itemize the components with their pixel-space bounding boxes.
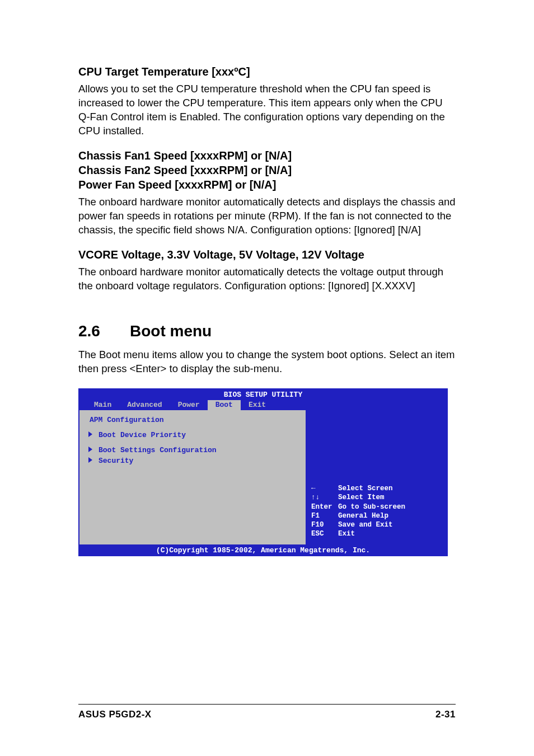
help-text: Select Item (338, 493, 385, 502)
bios-item-label: Boot Device Priority (99, 431, 186, 439)
help-text: Select Screen (338, 484, 393, 493)
help-key: Enter (311, 503, 335, 511)
fan2-heading: Chassis Fan2 Speed [xxxxRPM] or [N/A] (78, 163, 456, 177)
section-title: Boot menu (130, 322, 212, 340)
bios-copyright: (C)Copyright 1985-2002, American Megatre… (78, 544, 448, 556)
cpu-target-body: Allows you to set the CPU temperature th… (78, 82, 456, 138)
bios-tab-main[interactable]: Main (86, 400, 119, 410)
footer-left: ASUS P5GD2-X (78, 709, 152, 720)
bios-tab-boot[interactable]: Boot (208, 400, 241, 410)
help-text: Go to Sub-screen (338, 503, 405, 511)
bios-screenshot: BIOS SETUP UTILITY Main Advanced Power B… (78, 388, 448, 556)
cpu-target-heading: CPU Target Temperature [xxxºC] (78, 64, 456, 79)
help-row: ESCExit (311, 529, 442, 538)
section-number: 2.6 (78, 322, 130, 340)
bios-item-label: Security (99, 457, 133, 465)
help-row: ↑↓Select Item (311, 493, 442, 502)
bios-body: APM Configuration Boot Device Priority B… (78, 410, 448, 544)
bios-item-security[interactable]: Security (85, 456, 300, 466)
help-text: Exit (338, 529, 355, 538)
triangle-icon (88, 457, 92, 463)
page-content: CPU Target Temperature [xxxºC] Allows yo… (0, 0, 534, 556)
voltage-body: The onboard hardware monitor automatical… (78, 265, 456, 293)
help-text: Save and Exit (338, 520, 393, 529)
help-row: F10Save and Exit (311, 520, 442, 529)
help-row: EnterGo to Sub-screen (311, 503, 442, 511)
powerfan-heading: Power Fan Speed [xxxxRPM] or [N/A] (78, 177, 456, 192)
bios-item-boot-settings[interactable]: Boot Settings Configuration (85, 445, 300, 456)
footer-right: 2-31 (435, 709, 456, 720)
bios-tab-advanced[interactable]: Advanced (119, 400, 170, 410)
boot-menu-heading: 2.6Boot menu (78, 322, 456, 340)
fan-speed-body: The onboard hardware monitor automatical… (78, 195, 456, 237)
help-key: F1 (311, 511, 335, 520)
fan-speed-section: Chassis Fan1 Speed [xxxxRPM] or [N/A] Ch… (78, 148, 456, 237)
help-row: F1General Help (311, 511, 442, 520)
page-footer: ASUS P5GD2-X 2-31 (78, 704, 456, 720)
help-key: ← (311, 484, 335, 493)
bios-item-boot-device-priority[interactable]: Boot Device Priority (85, 430, 300, 440)
bios-tab-exit[interactable]: Exit (241, 400, 274, 410)
bios-title: BIOS SETUP UTILITY (78, 389, 448, 400)
bios-left-title: APM Configuration (85, 415, 300, 425)
voltage-heading: VCORE Voltage, 3.3V Voltage, 5V Voltage,… (78, 247, 456, 262)
triangle-icon (88, 431, 92, 437)
bios-item-label: Boot Settings Configuration (99, 446, 217, 454)
bios-help: ←Select Screen ↑↓Select Item EnterGo to … (311, 484, 442, 539)
help-key: ESC (311, 529, 335, 538)
bios-tab-power[interactable]: Power (170, 400, 208, 410)
bios-header: BIOS SETUP UTILITY Main Advanced Power B… (78, 388, 448, 410)
bios-tabs: Main Advanced Power Boot Exit (78, 400, 448, 410)
bios-right-pane: ←Select Screen ↑↓Select Item EnterGo to … (306, 410, 447, 544)
bios-left-pane: APM Configuration Boot Device Priority B… (79, 410, 306, 544)
help-row: ←Select Screen (311, 484, 442, 493)
triangle-icon (88, 447, 92, 452)
bios-help-top (311, 415, 442, 485)
fan1-heading: Chassis Fan1 Speed [xxxxRPM] or [N/A] (78, 148, 456, 163)
help-key: F10 (311, 520, 335, 529)
help-text: General Help (338, 511, 388, 520)
boot-menu-body: The Boot menu items allow you to change … (78, 348, 456, 376)
help-key: ↑↓ (311, 493, 335, 502)
